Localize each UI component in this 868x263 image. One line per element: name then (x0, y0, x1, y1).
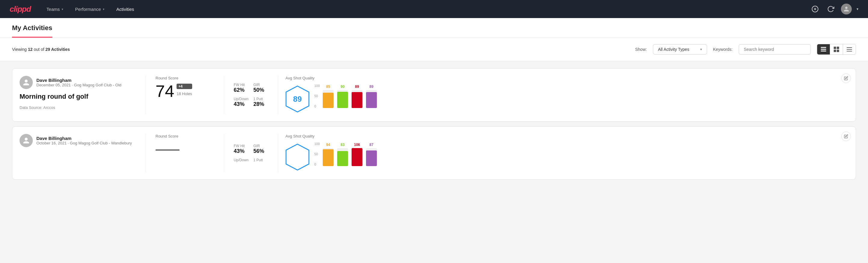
shot-stat-item: Up/Down (234, 158, 249, 162)
quality-section: Avg Shot Quality 89 100 50 (285, 76, 377, 114)
svg-rect-4 (821, 49, 826, 50)
score-holes: 18 Holes (177, 91, 192, 96)
show-label: Show: (635, 47, 647, 52)
bar-value: 85 (326, 85, 330, 89)
account-chevron[interactable]: ▾ (857, 7, 858, 11)
bar-group: 89 PUTT (366, 85, 377, 108)
chevron-down-icon: ▾ (103, 7, 104, 11)
bar-chart-container: 100 50 0 94 OTT 83 (314, 142, 377, 172)
round-score-row: 74 +4 18 Holes (155, 83, 214, 99)
stat-value: 28% (253, 101, 269, 108)
stat-label: Up/Down (234, 158, 249, 162)
bar-value: 90 (340, 85, 344, 89)
bar-wrapper: PUTT (366, 148, 377, 166)
add-button[interactable] (810, 4, 820, 14)
bar-chart: 100 50 0 85 OTT 90 (314, 84, 377, 114)
round-score: 74 (155, 83, 174, 99)
stat-label: GIR (253, 144, 269, 148)
svg-rect-12 (847, 51, 852, 52)
card-stats: Round Score (146, 134, 224, 172)
activity-title: Morning round of golf (20, 93, 136, 100)
svg-rect-10 (847, 47, 852, 48)
stat-value: 50% (253, 87, 269, 93)
shot-stat-item: 1 Putt 28% (253, 97, 269, 108)
bar-group: 106 ARG (351, 143, 363, 166)
card-quality: Avg Shot Quality 100 50 0 (278, 134, 848, 172)
bar-wrapper: PUTT (366, 90, 377, 108)
compact-view-button[interactable] (843, 44, 856, 55)
viewing-total: 29 (45, 47, 50, 52)
bar-wrapper: OTT (323, 90, 334, 108)
bar-wrapper: ARG (351, 148, 363, 166)
shot-stat-item: GIR 50% (253, 83, 269, 93)
avatar (20, 76, 33, 89)
stat-label: 1 Putt (253, 158, 269, 162)
page-header: My Activities (0, 18, 868, 38)
chevron-down-icon: ▾ (62, 7, 63, 11)
shot-stats-grid: FW Hit 43% GIR 56% Up/Down 1 Putt (234, 144, 268, 162)
round-score-label: Round Score (155, 134, 214, 139)
bar-chart-y-labels: 100 50 0 (314, 84, 320, 108)
svg-rect-8 (834, 50, 836, 52)
bar-wrapper: OTT (323, 148, 334, 166)
shot-stat-item: FW Hit 43% (234, 144, 249, 154)
bar-value: 87 (369, 143, 373, 147)
bar-wrapper: APP (337, 90, 348, 108)
round-score-label: Round Score (155, 76, 214, 80)
bar-group: 94 OTT (323, 143, 334, 166)
stat-label: 1 Putt (253, 97, 269, 101)
nav-item-teams[interactable]: Teams ▾ (40, 0, 69, 18)
shot-stat-item: FW Hit 62% (234, 83, 249, 93)
bar-value: 83 (340, 143, 344, 147)
quality-section: Avg Shot Quality 100 50 0 (285, 134, 377, 172)
svg-rect-5 (821, 51, 826, 52)
activity-card: Dave Billingham October 16, 2021 · Gog M… (12, 126, 856, 180)
hexagon-score: 89 (293, 94, 302, 104)
bar-group: 83 APP (337, 143, 348, 166)
logo[interactable]: clippd (10, 4, 31, 14)
activity-type-dropdown[interactable]: All Activity Types ▾ (653, 44, 707, 55)
svg-rect-3 (821, 47, 826, 48)
shot-stat-item: GIR 56% (253, 144, 269, 154)
card-stats: Round Score 74 +4 18 Holes (146, 76, 224, 114)
nav-right: ▾ (810, 4, 858, 14)
list-view-button[interactable] (817, 44, 830, 55)
user-date: December 05, 2021 · Gog Magog Golf Club … (36, 83, 122, 87)
bar-group: 87 PUTT (366, 143, 377, 166)
nav-item-activities[interactable]: Activities (111, 0, 140, 18)
stat-label: Up/Down (234, 97, 249, 101)
bar-chart: 100 50 0 94 OTT 83 (314, 142, 377, 172)
nav-item-performance[interactable]: Performance ▾ (69, 0, 111, 18)
viewing-text: Viewing 12 out of 29 Activities (12, 47, 629, 52)
bar-group: 89 ARG (351, 85, 363, 108)
keyword-search-input[interactable] (739, 44, 811, 55)
user-info: Dave Billingham December 05, 2021 · Gog … (36, 78, 122, 87)
account-avatar[interactable] (841, 4, 852, 14)
bar-chart-y-labels: 100 50 0 (314, 142, 320, 166)
grid-view-button[interactable] (830, 44, 843, 55)
bar-value: 89 (355, 85, 359, 89)
edit-button[interactable] (841, 132, 851, 141)
data-source: Data Source: Arccos (20, 105, 136, 110)
page-title: My Activities (12, 24, 52, 38)
bar-group: 85 OTT (323, 85, 334, 108)
stat-value: 43% (234, 148, 249, 154)
svg-rect-6 (834, 47, 836, 49)
nav-items: Teams ▾ Performance ▾ Activities (40, 0, 810, 18)
shot-stat-item: 1 Putt (253, 158, 269, 162)
score-badge: +4 (177, 84, 192, 89)
card-user: Dave Billingham October 16, 2021 · Gog M… (20, 134, 136, 147)
user-info: Dave Billingham October 16, 2021 · Gog M… (36, 136, 132, 145)
quality-label: Avg Shot Quality (285, 134, 377, 139)
user-name: Dave Billingham (36, 136, 132, 141)
refresh-button[interactable] (825, 4, 836, 14)
avatar (20, 134, 33, 147)
card-quality: Avg Shot Quality 89 100 50 (278, 76, 848, 114)
activities-container: Dave Billingham December 05, 2021 · Gog … (0, 61, 868, 187)
viewing-count: 12 (28, 47, 33, 52)
edit-button[interactable] (841, 74, 851, 83)
hexagon (285, 144, 309, 171)
shot-stats-grid: FW Hit 62% GIR 50% Up/Down 43% 1 Putt 28… (234, 83, 268, 108)
navbar: clippd Teams ▾ Performance ▾ Activities (0, 0, 868, 18)
card-shot-stats: FW Hit 43% GIR 56% Up/Down 1 Putt (224, 134, 278, 172)
